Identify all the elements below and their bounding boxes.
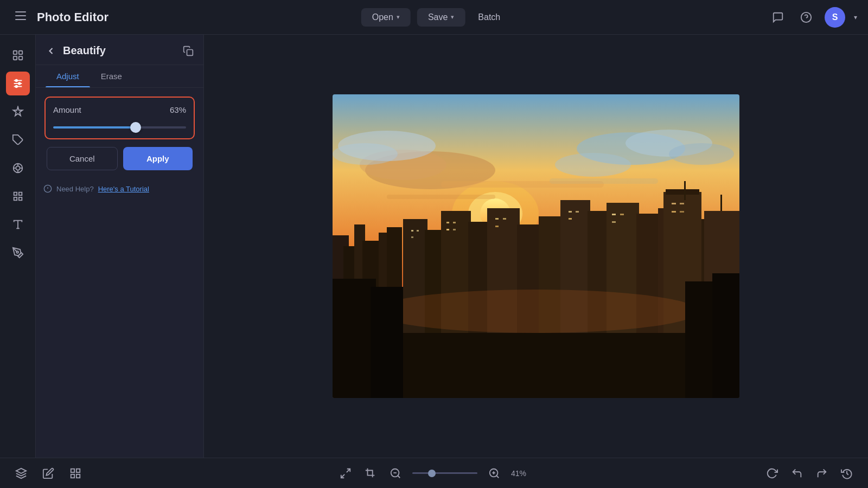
tag-icon <box>12 134 24 146</box>
sparkle-icon <box>12 106 24 118</box>
amount-label: Amount <box>53 105 81 114</box>
svg-rect-98 <box>76 474 80 477</box>
refresh-button[interactable] <box>764 465 780 481</box>
svg-rect-83 <box>672 203 676 204</box>
zoom-track[interactable] <box>412 472 477 474</box>
open-button[interactable]: Open ▾ <box>361 8 411 27</box>
main-area: Beautify Adjust Erase Amount 6 <box>0 35 868 458</box>
svg-rect-71 <box>453 222 456 223</box>
copy-button[interactable] <box>183 46 194 56</box>
chat-button[interactable] <box>768 8 788 27</box>
help-tutorial-link[interactable]: Here's a Tutorial <box>98 185 149 193</box>
hamburger-button[interactable] <box>11 8 30 27</box>
svg-rect-70 <box>446 222 449 223</box>
svg-rect-69 <box>411 236 413 238</box>
bottom-toolbar-left <box>13 465 84 481</box>
copy-icon <box>183 46 194 56</box>
svg-line-102 <box>398 476 400 478</box>
layout-icon <box>12 162 24 174</box>
sidebar-item-layout[interactable] <box>6 156 30 180</box>
help-button[interactable] <box>796 8 816 27</box>
bottom-toolbar-right <box>764 465 855 481</box>
zoom-out-button[interactable] <box>387 465 404 481</box>
svg-rect-86 <box>680 211 684 213</box>
svg-point-38 <box>555 153 631 177</box>
hamburger-icon <box>15 11 26 23</box>
svg-rect-89 <box>371 287 403 398</box>
edit-icon <box>42 467 54 479</box>
batch-button[interactable]: Batch <box>471 8 507 27</box>
svg-point-12 <box>15 80 17 82</box>
amount-slider[interactable] <box>53 126 186 129</box>
zoom-thumb[interactable] <box>428 470 436 477</box>
tab-adjust[interactable]: Adjust <box>46 65 90 87</box>
svg-rect-67 <box>411 230 413 232</box>
layers-button[interactable] <box>13 465 29 481</box>
open-chevron-icon: ▾ <box>397 14 400 21</box>
svg-rect-72 <box>446 229 449 230</box>
icon-sidebar <box>0 35 36 458</box>
amount-control-box: Amount 63% <box>44 97 195 139</box>
grid-view-button[interactable] <box>67 465 84 481</box>
sidebar-item-grid[interactable] <box>6 184 30 208</box>
sidebar-item-text[interactable] <box>6 213 30 236</box>
svg-rect-82 <box>612 221 616 223</box>
svg-rect-81 <box>620 214 624 215</box>
info-icon <box>43 184 52 193</box>
crop-button[interactable] <box>362 465 379 481</box>
fullscreen-icon <box>340 467 352 479</box>
beautify-panel: Beautify Adjust Erase Amount 6 <box>36 35 204 458</box>
zoom-out-icon <box>390 467 401 479</box>
redo-button[interactable] <box>814 465 830 481</box>
avatar-button[interactable]: S <box>825 7 845 28</box>
text-icon <box>12 219 24 230</box>
svg-point-40 <box>333 143 398 165</box>
svg-rect-78 <box>576 211 579 213</box>
zoom-in-button[interactable] <box>486 465 502 481</box>
sidebar-item-person[interactable] <box>6 43 30 67</box>
back-button[interactable] <box>46 46 56 56</box>
svg-rect-97 <box>71 474 74 477</box>
sidebar-item-tag[interactable] <box>6 128 30 152</box>
history-button[interactable] <box>839 465 855 481</box>
action-buttons: Cancel Apply <box>44 147 195 170</box>
apply-button[interactable]: Apply <box>123 147 193 170</box>
avatar-label: S <box>832 12 838 22</box>
svg-rect-68 <box>417 230 419 232</box>
tab-erase[interactable]: Erase <box>90 65 133 87</box>
avatar-chevron-icon: ▾ <box>854 14 857 21</box>
svg-rect-8 <box>18 56 22 60</box>
bottom-toolbar-center: 41% <box>337 465 531 481</box>
zoom-slider-container[interactable] <box>412 472 477 474</box>
save-button[interactable]: Save ▾ <box>417 8 465 27</box>
help-icon <box>800 11 812 23</box>
sidebar-item-sparkle[interactable] <box>6 100 30 124</box>
sidebar-item-brush[interactable] <box>6 241 30 265</box>
svg-rect-85 <box>672 211 676 213</box>
help-section: Need Help? Here's a Tutorial <box>36 179 203 198</box>
sidebar-item-adjust[interactable] <box>6 72 30 95</box>
svg-rect-92 <box>684 181 686 200</box>
cancel-button[interactable]: Cancel <box>47 147 118 170</box>
undo-button[interactable] <box>789 465 805 481</box>
header: Photo Editor Open ▾ Save ▾ Batch <box>0 0 868 35</box>
redo-icon <box>816 467 828 479</box>
svg-rect-77 <box>569 211 572 213</box>
city-skyline-image <box>333 94 739 398</box>
svg-rect-66 <box>666 189 699 195</box>
svg-rect-96 <box>76 468 80 472</box>
panel-tabs: Adjust Erase <box>36 65 203 88</box>
adjust-icon <box>12 78 24 89</box>
fullscreen-button[interactable] <box>337 465 354 481</box>
svg-rect-93 <box>720 195 722 211</box>
panel-header-left: Beautify <box>46 44 106 57</box>
svg-line-99 <box>347 468 350 472</box>
svg-rect-91 <box>712 273 739 398</box>
edit-button[interactable] <box>40 465 56 481</box>
amount-value: 63% <box>170 105 186 114</box>
svg-rect-75 <box>503 218 506 220</box>
history-icon <box>841 467 853 479</box>
brush-icon <box>12 247 24 259</box>
batch-label: Batch <box>478 12 500 22</box>
panel-content: Amount 63% Cancel Apply <box>36 88 203 179</box>
